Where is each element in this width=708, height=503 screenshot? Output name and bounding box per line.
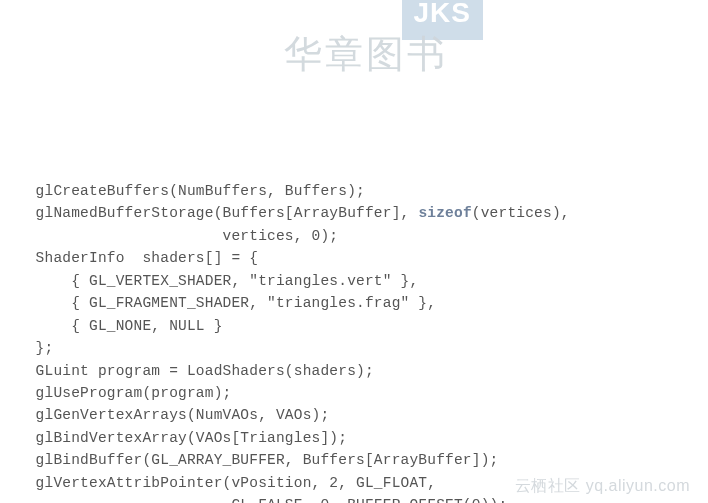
code-line: { GL_VERTEX_SHADER, "triangles.vert" }, xyxy=(0,270,708,292)
code-line: glVertexAttribPointer(vPosition, 2, GL_F… xyxy=(0,472,708,494)
code-line: glBindVertexArray(VAOs[Triangles]); xyxy=(0,427,708,449)
code-line: glBindBuffer(GL_ARRAY_BUFFER, Buffers[Ar… xyxy=(0,449,708,471)
code-line: }; xyxy=(0,337,708,359)
watermark-cn: 华章图书 xyxy=(284,25,448,84)
keyword-sizeof: sizeof xyxy=(418,205,471,221)
code-line: glUseProgram(program); xyxy=(0,382,708,404)
code-line: ShaderInfo shaders[] = { xyxy=(0,247,708,269)
code-line: GLuint program = LoadShaders(shaders); xyxy=(0,360,708,382)
code-line: glCreateBuffers(NumBuffers, Buffers); xyxy=(0,180,708,202)
code-line: { GL_FRAGMENT_SHADER, "triangles.frag" }… xyxy=(0,292,708,314)
code-line: vertices, 0); xyxy=(0,225,708,247)
code-text: glNamedBufferStorage(Buffers[ArrayBuffer… xyxy=(0,205,418,221)
code-text: (vertices), xyxy=(472,205,570,221)
code-line: glGenVertexArrays(NumVAOs, VAOs); xyxy=(0,404,708,426)
code-line: glNamedBufferStorage(Buffers[ArrayBuffer… xyxy=(0,202,708,224)
code-line: { GL_NONE, NULL } xyxy=(0,315,708,337)
code-block: glCreateBuffers(NumBuffers, Buffers); gl… xyxy=(0,180,708,503)
code-line: GL_FALSE, 0, BUFFER_OFFSET(0)); xyxy=(0,494,708,503)
